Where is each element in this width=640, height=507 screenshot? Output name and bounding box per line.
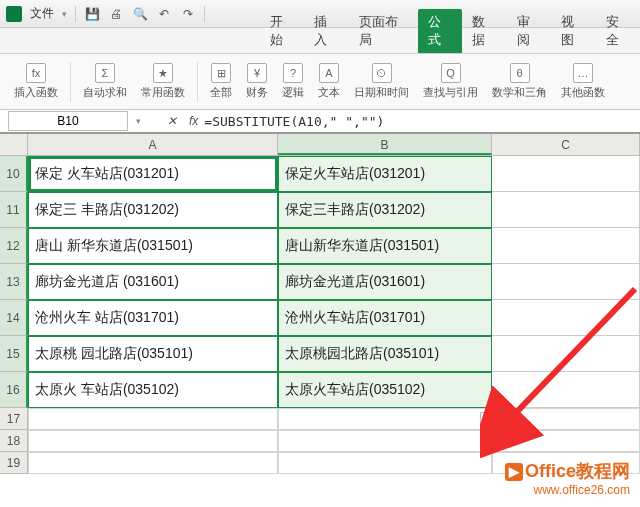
separator [70,62,71,102]
cell[interactable]: 保定三丰路店(031202) [278,192,492,228]
autosum-button[interactable]: Σ 自动求和 [77,63,133,100]
other-functions-button[interactable]: … 其他函数 [555,63,611,100]
table-row: 17 [0,408,640,430]
clock-icon: ⏲ [372,63,392,83]
cell[interactable] [492,228,640,264]
column-headers: A B C [0,134,640,156]
cell[interactable] [28,452,278,474]
cell[interactable]: 廊坊金光道店 (031601) [28,264,278,300]
save-icon[interactable]: 💾 [84,6,100,22]
cell[interactable]: 沧州火车站店(031701) [278,300,492,336]
cell[interactable]: 保定三 丰路店(031202) [28,192,278,228]
cancel-icon[interactable]: ✕ [167,114,177,128]
name-box-input[interactable] [15,114,121,128]
watermark: ▶Office教程网 www.office26.com [505,459,630,497]
tab-security[interactable]: 安全 [596,9,640,53]
file-menu[interactable]: 文件 [30,5,54,22]
formula-bar: ▾ ✕ fx =SUBSTITUTE(A10," ","") [0,110,640,134]
cell[interactable] [28,408,278,430]
tab-layout[interactable]: 页面布局 [349,9,418,53]
sigma-icon: Σ [95,63,115,83]
all-functions-button[interactable]: ⊞ 全部 [204,63,238,100]
math-button[interactable]: θ 数学和三角 [486,63,553,100]
lookup-icon: Q [441,63,461,83]
row-header[interactable]: 17 [0,408,28,430]
row-header[interactable]: 15 [0,336,28,372]
print-icon[interactable]: 🖨 [108,6,124,22]
column-header-b[interactable]: B [278,134,492,155]
app-logo-icon [6,6,22,22]
cell[interactable]: 太原火 车站店(035102) [28,372,278,408]
grid-icon: ⊞ [211,63,231,83]
tab-view[interactable]: 视图 [551,9,595,53]
tab-insert[interactable]: 插入 [304,9,348,53]
lookup-button[interactable]: Q 查找与引用 [417,63,484,100]
cell[interactable] [28,430,278,452]
finance-button[interactable]: ¥ 财务 [240,63,274,100]
table-row: 18 [0,430,640,452]
cell[interactable]: 保定火车站店(031201) [278,156,492,192]
cell[interactable]: 太原火车站店(035102) [278,372,492,408]
watermark-title: Office教程网 [525,461,630,481]
tab-data[interactable]: 数据 [462,9,506,53]
cell[interactable] [492,408,640,430]
column-header-a[interactable]: A [28,134,278,155]
cell[interactable] [492,336,640,372]
undo-icon[interactable]: ↶ [156,6,172,22]
name-box[interactable] [8,111,128,131]
preview-icon[interactable]: 🔍 [132,6,148,22]
cell[interactable]: 太原桃 园北路店(035101) [28,336,278,372]
brand-icon: ▶ [505,463,523,481]
cell[interactable]: 沧州火车 站店(031701) [28,300,278,336]
insert-function-button[interactable]: fx 插入函数 [8,63,64,100]
row-header[interactable]: 14 [0,300,28,336]
cell[interactable] [492,430,640,452]
row-header[interactable]: 13 [0,264,28,300]
row-header[interactable]: 12 [0,228,28,264]
cell[interactable] [278,452,492,474]
separator [204,6,205,22]
row-header[interactable]: 18 [0,430,28,452]
table-row: 15太原桃 园北路店(035101)太原桃园北路店(035101) [0,336,640,372]
column-header-c[interactable]: C [492,134,640,155]
cell[interactable] [278,408,492,430]
chevron-down-icon[interactable]: ▾ [136,116,141,126]
cell[interactable] [492,372,640,408]
formula-input[interactable]: =SUBSTITUTE(A10," ","") [204,114,640,129]
spreadsheet-grid[interactable]: A B C 10保定 火车站店(031201)保定火车站店(031201)11保… [0,134,640,474]
redo-icon[interactable]: ↷ [180,6,196,22]
table-row: 12唐山 新华东道店(031501)唐山新华东道店(031501) [0,228,640,264]
logic-button[interactable]: ? 逻辑 [276,63,310,100]
cell[interactable] [492,264,640,300]
common-functions-button[interactable]: ★ 常用函数 [135,63,191,100]
chevron-down-icon[interactable]: ▾ [62,9,67,19]
cell[interactable] [492,192,640,228]
separator [75,6,76,22]
select-all-corner[interactable] [0,134,28,155]
currency-icon: ¥ [247,63,267,83]
fx-icon[interactable]: fx [189,114,198,128]
cell[interactable]: 太原桃园北路店(035101) [278,336,492,372]
cell[interactable] [492,156,640,192]
cell[interactable] [492,300,640,336]
cell[interactable]: 廊坊金光道店(031601) [278,264,492,300]
datetime-button[interactable]: ⏲ 日期和时间 [348,63,415,100]
row-header[interactable]: 16 [0,372,28,408]
question-icon: ? [283,63,303,83]
table-row: 16太原火 车站店(035102)太原火车站店(035102) [0,372,640,408]
ribbon-tabs: 开始 插入 页面布局 公式 数据 审阅 视图 安全 [0,28,640,54]
tab-review[interactable]: 审阅 [507,9,551,53]
separator [197,62,198,102]
fill-handle[interactable] [487,405,493,411]
text-button[interactable]: A 文本 [312,63,346,100]
row-header[interactable]: 11 [0,192,28,228]
cell[interactable] [278,430,492,452]
tab-formula[interactable]: 公式 [418,9,462,53]
tab-start[interactable]: 开始 [260,9,304,53]
cell[interactable]: 唐山新华东道店(031501) [278,228,492,264]
row-header[interactable]: 10 [0,156,28,192]
smart-tag-button[interactable]: 眠 ▾ [480,412,510,431]
row-header[interactable]: 19 [0,452,28,474]
cell[interactable]: 唐山 新华东道店(031501) [28,228,278,264]
cell[interactable]: 保定 火车站店(031201) [28,156,278,192]
